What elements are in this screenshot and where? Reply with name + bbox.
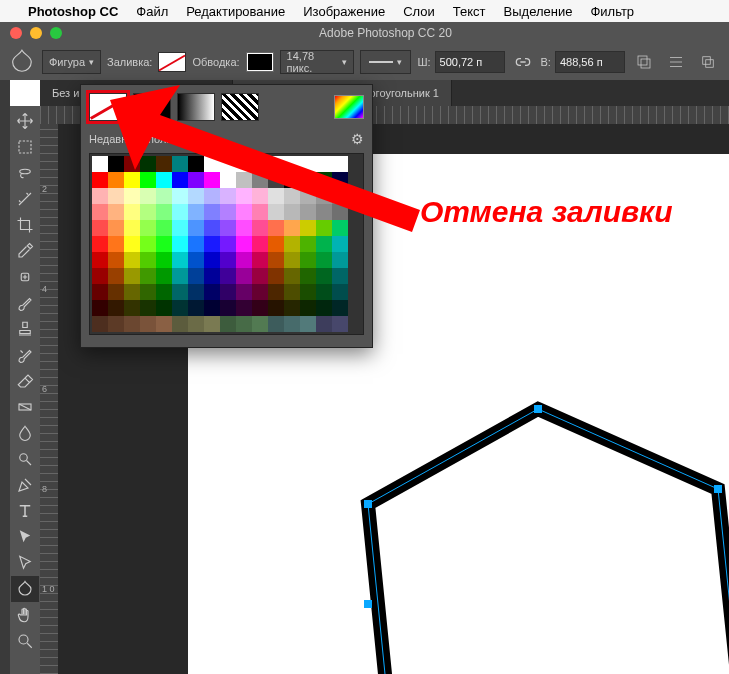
gear-icon[interactable]: ⚙︎ [351, 131, 364, 147]
path-select-tool[interactable] [11, 524, 39, 550]
gradient-tool[interactable] [11, 394, 39, 420]
color-swatch[interactable] [188, 156, 204, 172]
color-swatch[interactable] [268, 236, 284, 252]
color-swatch[interactable] [188, 188, 204, 204]
color-swatch[interactable] [188, 316, 204, 332]
current-tool-icon[interactable] [8, 49, 36, 75]
zoom-window-button[interactable] [50, 27, 62, 39]
color-swatch[interactable] [92, 268, 108, 284]
color-swatch[interactable] [188, 284, 204, 300]
color-swatch[interactable] [188, 220, 204, 236]
color-swatch[interactable] [316, 156, 332, 172]
color-swatch[interactable] [220, 252, 236, 268]
color-swatch[interactable] [316, 204, 332, 220]
menu-select[interactable]: Выделение [504, 4, 573, 19]
color-swatch[interactable] [268, 316, 284, 332]
color-swatch[interactable] [108, 188, 124, 204]
transform-handle[interactable] [714, 485, 722, 493]
color-swatch[interactable] [252, 284, 268, 300]
transform-handle[interactable] [534, 405, 542, 413]
color-swatch[interactable] [156, 268, 172, 284]
color-swatch[interactable] [252, 204, 268, 220]
blur-tool[interactable] [11, 420, 39, 446]
custom-shape-tool[interactable] [11, 576, 39, 602]
color-swatch[interactable] [300, 268, 316, 284]
color-swatch[interactable] [124, 316, 140, 332]
color-swatch[interactable] [92, 236, 108, 252]
color-swatch[interactable] [188, 204, 204, 220]
color-swatch[interactable] [92, 300, 108, 316]
color-swatch[interactable] [300, 300, 316, 316]
color-swatch[interactable] [92, 172, 108, 188]
color-swatch[interactable] [204, 300, 220, 316]
color-swatch[interactable] [140, 188, 156, 204]
color-swatch[interactable] [204, 268, 220, 284]
color-swatch[interactable] [236, 156, 252, 172]
menu-layers[interactable]: Слои [403, 4, 435, 19]
color-swatch[interactable] [204, 284, 220, 300]
color-swatch[interactable] [92, 204, 108, 220]
color-swatch[interactable] [300, 204, 316, 220]
color-swatch[interactable] [236, 204, 252, 220]
color-swatch[interactable] [300, 188, 316, 204]
color-swatch[interactable] [236, 316, 252, 332]
color-swatch[interactable] [156, 252, 172, 268]
color-swatch[interactable] [316, 300, 332, 316]
healing-tool[interactable] [11, 264, 39, 290]
color-swatch[interactable] [332, 236, 348, 252]
color-swatch[interactable] [220, 268, 236, 284]
color-swatch[interactable] [156, 316, 172, 332]
fill-gradient-button[interactable] [177, 93, 215, 121]
color-swatch[interactable] [252, 156, 268, 172]
color-swatch[interactable] [172, 188, 188, 204]
crop-tool[interactable] [11, 212, 39, 238]
color-swatch[interactable] [140, 252, 156, 268]
color-swatch[interactable] [236, 252, 252, 268]
color-swatch[interactable] [316, 172, 332, 188]
color-swatch[interactable] [236, 172, 252, 188]
color-swatch[interactable] [284, 252, 300, 268]
color-swatch[interactable] [220, 284, 236, 300]
color-swatch[interactable] [172, 204, 188, 220]
width-input[interactable] [435, 51, 505, 73]
path-align-button[interactable] [663, 49, 689, 75]
color-swatch[interactable] [220, 188, 236, 204]
transform-handle[interactable] [364, 500, 372, 508]
color-swatch[interactable] [252, 188, 268, 204]
selected-shape[interactable] [348, 394, 729, 674]
color-swatch[interactable] [172, 236, 188, 252]
color-swatch[interactable] [268, 284, 284, 300]
color-swatch[interactable] [220, 220, 236, 236]
color-swatch[interactable] [236, 300, 252, 316]
color-swatch[interactable] [220, 236, 236, 252]
color-swatch[interactable] [332, 220, 348, 236]
color-swatch[interactable] [316, 252, 332, 268]
color-swatch[interactable] [140, 172, 156, 188]
menu-file[interactable]: Файл [136, 4, 168, 19]
color-swatch[interactable] [332, 284, 348, 300]
color-swatch[interactable] [108, 220, 124, 236]
color-swatch[interactable] [284, 188, 300, 204]
color-swatch[interactable] [124, 156, 140, 172]
height-input[interactable] [555, 51, 625, 73]
color-swatch[interactable] [92, 316, 108, 332]
color-swatch[interactable] [92, 284, 108, 300]
color-swatch[interactable] [204, 188, 220, 204]
menu-image[interactable]: Изображение [303, 4, 385, 19]
color-swatch[interactable] [156, 156, 172, 172]
stroke-width-field[interactable]: 14,78 пикс. ▾ [280, 50, 355, 74]
color-swatch[interactable] [220, 316, 236, 332]
stroke-swatch[interactable] [246, 52, 274, 72]
color-swatch[interactable] [236, 284, 252, 300]
color-swatch[interactable] [268, 172, 284, 188]
color-swatch[interactable] [268, 268, 284, 284]
color-swatch[interactable] [268, 156, 284, 172]
menu-text[interactable]: Текст [453, 4, 486, 19]
color-swatch[interactable] [140, 284, 156, 300]
color-swatch[interactable] [156, 188, 172, 204]
color-swatch[interactable] [268, 300, 284, 316]
color-swatch[interactable] [172, 252, 188, 268]
color-swatch[interactable] [316, 220, 332, 236]
type-tool[interactable] [11, 498, 39, 524]
color-swatch[interactable] [284, 236, 300, 252]
